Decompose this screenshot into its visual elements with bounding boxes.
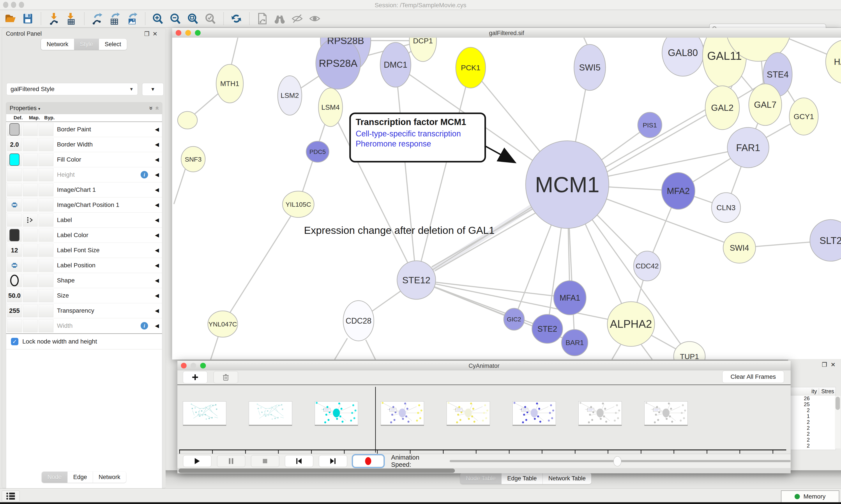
export-table-button[interactable] [108, 12, 121, 25]
style-selector[interactable]: galFiltered Style▼ [6, 83, 138, 95]
prop-mapping-cell[interactable] [23, 183, 38, 196]
column-header-centrality[interactable]: ity [791, 388, 819, 395]
prop-bypass-cell[interactable] [38, 259, 53, 272]
zoom-fit-button[interactable] [186, 12, 199, 25]
close-panel-icon[interactable]: ✕ [830, 361, 839, 368]
info-icon[interactable]: i [141, 171, 148, 178]
export-image-button[interactable] [126, 12, 139, 25]
expand-row-icon[interactable]: ◀ [155, 292, 159, 299]
network-edge[interactable] [211, 337, 218, 360]
network-edge[interactable] [395, 65, 416, 280]
prop-bypass-cell[interactable] [38, 274, 53, 287]
prop-row-label-position[interactable]: Label Position ◀ [6, 258, 162, 273]
prop-row-image-chart-1[interactable]: Image/Chart 1 ◀ [6, 182, 162, 197]
expand-row-icon[interactable]: ◀ [155, 202, 159, 208]
prop-default-cell[interactable] [7, 229, 22, 242]
animation-frame-6[interactable] [513, 401, 556, 426]
skip-to-start-button[interactable] [285, 455, 313, 467]
prop-default-cell[interactable]: 50.0 [7, 289, 22, 302]
prop-row-height[interactable]: Height i ◀ [6, 167, 162, 182]
network-edge[interactable] [231, 38, 238, 65]
prop-row-shape[interactable]: Shape ◀ [6, 273, 162, 288]
network-edge[interactable] [366, 340, 375, 360]
expand-row-icon[interactable]: ◀ [155, 141, 159, 147]
prop-default-cell[interactable] [7, 214, 22, 227]
animation-frame-2[interactable] [249, 401, 292, 426]
prop-row-size[interactable]: 50.0 Size ◀ [6, 288, 162, 303]
expand-row-icon[interactable]: ◀ [155, 187, 159, 193]
clear-all-frames-button[interactable]: Clear All Frames [722, 371, 784, 383]
prop-row-label-color[interactable]: Label Color ◀ [6, 228, 162, 243]
expand-row-icon[interactable]: ◀ [155, 323, 159, 329]
network-edge[interactable] [612, 345, 621, 360]
prop-mapping-cell[interactable] [23, 198, 38, 212]
animation-frame-8[interactable] [644, 401, 688, 426]
tab-node-table[interactable]: Node Table [460, 473, 502, 484]
close-panel-icon[interactable]: ✕ [153, 31, 161, 37]
properties-header[interactable]: Properties ▾ » » [6, 103, 162, 114]
prop-bypass-cell[interactable] [38, 244, 53, 257]
animation-frame-1[interactable] [183, 401, 226, 426]
stop-button[interactable] [251, 455, 279, 467]
import-network-button[interactable] [47, 12, 60, 25]
table-cell-centrality[interactable]: 1 [791, 413, 836, 419]
timeline-playhead[interactable] [375, 387, 376, 453]
tab-edge[interactable]: Edge [68, 472, 93, 483]
prop-default-cell[interactable] [7, 198, 22, 212]
animation-frame-4[interactable] [381, 401, 424, 426]
table-cell-centrality[interactable]: 2 [791, 437, 836, 443]
network-snapshot-button[interactable] [256, 12, 269, 25]
prop-mapping-cell[interactable] [23, 168, 38, 181]
play-button[interactable] [183, 455, 211, 467]
prop-mapping-cell[interactable] [23, 259, 38, 272]
annotation-link-1[interactable]: Cell-type-specific transcription [356, 129, 480, 138]
table-cell-centrality[interactable]: 2 [791, 425, 836, 431]
tab-network[interactable]: Network [41, 39, 74, 50]
prop-bypass-cell[interactable] [38, 153, 53, 166]
prop-default-cell[interactable] [7, 319, 22, 332]
prop-row-fill-color[interactable]: Fill Color ◀ [6, 152, 162, 167]
prop-mapping-cell[interactable] [23, 229, 38, 242]
prop-row-image-chart-position-1[interactable]: Image/Chart Position 1 ◀ [6, 197, 162, 213]
prop-bypass-cell[interactable] [38, 229, 53, 242]
skip-to-end-button[interactable] [319, 455, 347, 467]
prop-default-cell[interactable] [7, 274, 22, 287]
record-button[interactable] [353, 455, 384, 467]
network-node[interactable] [178, 111, 197, 129]
zoom-out-button[interactable] [169, 12, 182, 25]
prop-default-cell[interactable] [7, 153, 22, 166]
float-panel-icon[interactable]: ❐ [822, 361, 830, 368]
prop-mapping-cell[interactable] [23, 138, 38, 151]
network-canvas[interactable]: RPS28BDCP1RPS28ADMC1PCK1MTH1LSM2LSM4SNF3… [172, 38, 841, 360]
table-cell-centrality[interactable]: 25 [791, 401, 836, 407]
animation-frame-5[interactable] [447, 401, 490, 426]
animator-horizontal-scrollbar[interactable] [177, 468, 791, 473]
tab-network-table[interactable]: Network Table [543, 473, 592, 484]
prop-bypass-cell[interactable] [38, 304, 53, 317]
expand-row-icon[interactable]: ◀ [155, 157, 159, 163]
network-edge[interactable] [335, 338, 347, 360]
apply-layout-button[interactable] [230, 12, 243, 25]
search-binoculars-button[interactable] [273, 12, 286, 25]
prop-bypass-cell[interactable] [38, 123, 53, 136]
prop-default-cell[interactable] [7, 123, 22, 136]
prop-default-cell[interactable]: 2.0 [7, 138, 22, 151]
delete-frame-button[interactable] [214, 371, 238, 383]
table-cell-centrality[interactable]: 2 [791, 431, 836, 437]
prop-default-cell[interactable] [7, 259, 22, 272]
animation-speed-slider[interactable] [450, 460, 791, 462]
prop-row-border-width[interactable]: 2.0 Border Width ◀ [6, 137, 162, 152]
prop-default-cell[interactable]: 255 [7, 304, 22, 317]
prop-mapping-cell[interactable] [23, 153, 38, 166]
cyanimator-titlebar[interactable]: CyAnimator [177, 361, 791, 371]
prop-mapping-cell[interactable] [23, 319, 38, 332]
info-icon[interactable]: i [141, 322, 148, 329]
network-edge[interactable] [223, 204, 298, 324]
expand-row-icon[interactable]: ◀ [155, 217, 159, 223]
expand-row-icon[interactable]: ◀ [155, 126, 159, 132]
prop-row-border-paint[interactable]: Border Paint ◀ [6, 122, 162, 137]
save-session-button[interactable] [21, 12, 34, 25]
prop-default-cell[interactable] [7, 183, 22, 196]
prop-mapping-cell[interactable] [23, 244, 38, 257]
open-session-button[interactable] [4, 12, 17, 25]
